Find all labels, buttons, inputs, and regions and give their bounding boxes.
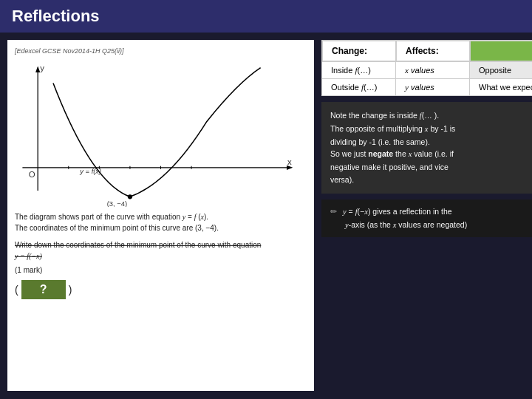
col2-header: Affects: <box>396 41 470 61</box>
problem-line1: The diagram shows part of the curve with… <box>15 213 208 221</box>
row2-col1: Outside f(…) <box>322 79 396 95</box>
note-line2: The opposite of multiplying x by -1 is <box>330 123 532 136</box>
pencil-icon: ✏ <box>330 205 337 218</box>
svg-text:y: y <box>40 64 44 72</box>
note-line3: dividing by -1 (i.e. the same). <box>330 136 532 149</box>
table-section: Change: Affects: Inside f(…) x values Op… <box>321 40 532 96</box>
right-panel: Change: Affects: Inside f(…) x values Op… <box>321 40 532 392</box>
svg-point-8 <box>128 194 132 199</box>
strikethrough-question: Write down the coordinates of the minimu… <box>15 241 261 249</box>
svg-text:(3, −4): (3, −4) <box>107 200 127 207</box>
note-box: Note the change is inside f(… ). The opp… <box>321 102 532 194</box>
close-bracket: ) <box>69 284 72 296</box>
page-title: Reflections <box>12 7 100 26</box>
left-panel: [Edexcel GCSE Nov2014-1H Q25(ii)] O x y <box>7 40 314 391</box>
row2-col2: y values <box>396 79 470 95</box>
table-row-2: Outside f(…) y values What we expect <box>322 78 532 95</box>
formula-line: ✏ y = f(−x) gives a reflection in the <box>330 205 532 219</box>
question-text: Write down the coordinates of the minimu… <box>15 239 307 262</box>
row1-col3: Opposite <box>470 62 532 78</box>
note-line5: negative make it positive, and vice <box>330 161 532 174</box>
svg-text:O: O <box>29 170 35 179</box>
open-bracket: ( <box>15 284 18 296</box>
note-line1: Note the change is inside f(… ). <box>330 109 532 123</box>
svg-text:x: x <box>287 157 292 166</box>
equation-strikethrough: y = f(−x) <box>15 252 42 260</box>
mark-text: (1 mark) <box>15 266 307 274</box>
note-line4: So we just negate the x value (i.e. if <box>330 148 532 161</box>
graph-area: O x y y = f(x) (3, −4) <box>15 59 307 207</box>
problem-text: The diagram shows part of the curve with… <box>15 211 307 233</box>
col3-header <box>470 41 532 61</box>
formula-text: y = f(−x) gives a reflection in the <box>343 205 452 219</box>
formula-box: ✏ y = f(−x) gives a reflection in the y-… <box>321 200 532 238</box>
col1-header: Change: <box>322 41 396 61</box>
problem-line2: The coordinates of the minimum point of … <box>15 224 219 232</box>
table-row-1: Inside f(…) x values Opposite <box>322 61 532 78</box>
row2-col3: What we expect <box>470 79 532 95</box>
table-header: Change: Affects: <box>322 41 532 61</box>
answer-box: ( ? ) <box>15 280 307 299</box>
source-label: [Edexcel GCSE Nov2014-1H Q25(ii)] <box>15 47 307 55</box>
note-line6: versa). <box>330 174 532 186</box>
row1-col1: Inside f(…) <box>322 62 396 78</box>
answer-input[interactable]: ? <box>21 280 66 299</box>
row1-col2: x values <box>396 62 470 78</box>
formula-line2: y-axis (as the x values are negated) <box>330 219 532 232</box>
svg-text:y = f(x): y = f(x) <box>79 168 101 175</box>
